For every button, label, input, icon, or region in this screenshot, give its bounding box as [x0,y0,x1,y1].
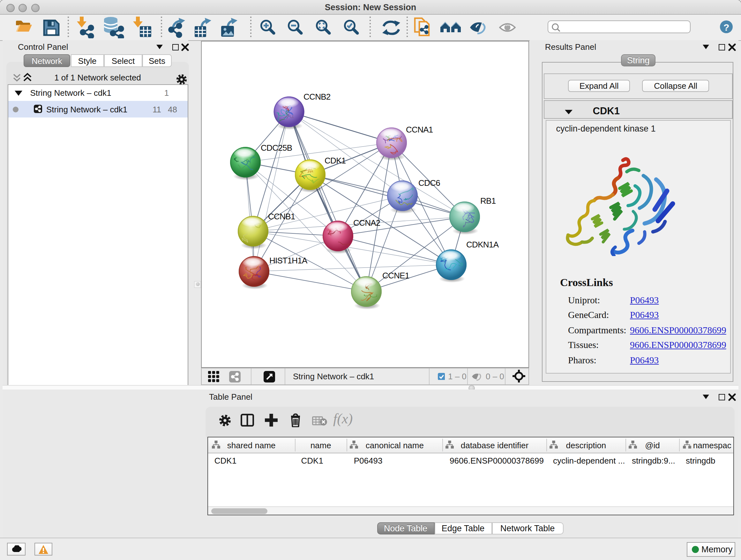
svg-text:CCNA2: CCNA2 [353,218,380,227]
svg-text:HIST1H1A: HIST1H1A [269,255,307,265]
svg-text:CDC25B: CDC25B [260,143,292,152]
svg-text:CDK1: CDK1 [324,155,346,165]
svg-text:CCNA1: CCNA1 [406,125,433,134]
svg-text:CCNB2: CCNB2 [303,91,330,101]
svg-text:RB1: RB1 [480,196,495,205]
svg-text:CCNB1: CCNB1 [268,211,295,221]
svg-text:CCNE1: CCNE1 [382,270,409,280]
svg-text:CDKN1A: CDKN1A [466,240,499,249]
svg-text:CDC6: CDC6 [418,178,440,187]
